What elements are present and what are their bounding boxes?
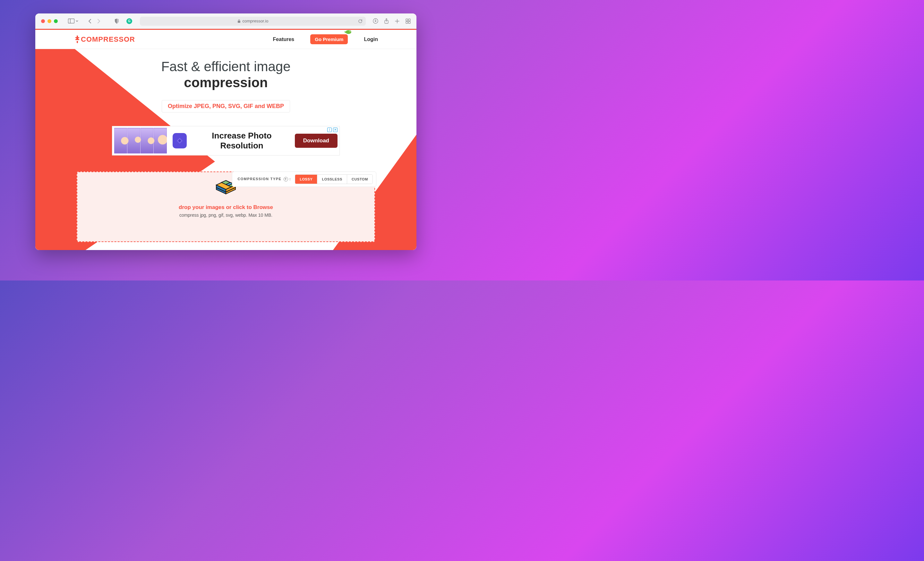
share-button[interactable] — [384, 18, 389, 24]
svg-rect-8 — [408, 21, 410, 23]
svg-rect-7 — [406, 21, 408, 23]
svg-rect-0 — [68, 19, 74, 23]
address-bar[interactable]: compressor.io — [140, 16, 366, 25]
compression-type-label: COMPRESSION TYPE ? : — [237, 177, 291, 181]
ad-close-icon[interactable]: ✕ — [333, 127, 338, 132]
go-premium-button[interactable]: Go Premium — [310, 34, 348, 44]
option-lossy[interactable]: LOSSY — [295, 175, 317, 184]
forward-button[interactable] — [97, 19, 101, 24]
browser-titlebar: G compressor.io — [35, 13, 417, 29]
compress-panel: COMPRESSION TYPE ? : LOSSY LOSSLESS CUST… — [76, 172, 375, 242]
ad-headline: Increase Photo Resolution — [192, 131, 291, 151]
url-text: compressor.io — [243, 19, 268, 23]
help-icon[interactable]: ? — [284, 177, 288, 181]
window-controls — [41, 19, 58, 23]
privacy-shield-icon[interactable] — [114, 18, 119, 24]
option-custom[interactable]: CUSTOM — [347, 175, 372, 184]
svg-point-12 — [350, 31, 351, 31]
svg-rect-5 — [406, 19, 408, 21]
chevron-down-icon — [76, 20, 78, 22]
ad-app-icon — [172, 133, 187, 148]
ad-image — [114, 128, 167, 154]
ad-download-button[interactable]: Download — [295, 134, 338, 148]
compression-type-segmented: LOSSY LOSSLESS CUSTOM — [295, 174, 373, 184]
hero-subtitle: Optimize JPEG, PNG, SVG, GIF and WEBP — [162, 100, 290, 112]
minimize-window-button[interactable] — [48, 19, 51, 23]
ad-info-icon[interactable]: i — [327, 127, 332, 132]
lock-icon — [237, 19, 241, 23]
site-header: COMPRESSOR Features Go Premium Login — [35, 30, 417, 49]
dropzone-subtext: compress jpg, png, gif, svg, webp. Max 1… — [77, 212, 374, 218]
svg-rect-6 — [408, 19, 410, 21]
back-button[interactable] — [88, 19, 92, 24]
reload-button[interactable] — [358, 19, 363, 23]
nav-login[interactable]: Login — [364, 37, 378, 42]
ad-choices[interactable]: i✕ — [327, 127, 338, 132]
hero-title: Fast & efficient image compression — [35, 59, 417, 91]
nav-features[interactable]: Features — [273, 37, 294, 42]
safari-window: G compressor.io — [35, 13, 417, 250]
logo-text: COMPRESSOR — [81, 35, 135, 43]
dropzone-text: drop your images or click to Browse — [77, 204, 374, 211]
hero: Fast & efficient image compression Optim… — [35, 49, 417, 242]
tab-overview-button[interactable] — [405, 18, 411, 24]
chameleon-icon — [344, 28, 352, 35]
option-lossless[interactable]: LOSSLESS — [317, 175, 346, 184]
ad-banner[interactable]: Increase Photo Resolution Download i✕ — [112, 126, 340, 156]
downloads-button[interactable] — [373, 18, 378, 24]
main-nav: Features Go Premium Login — [273, 34, 378, 44]
compression-type-bar: COMPRESSION TYPE ? : LOSSY LOSSLESS CUST… — [232, 172, 376, 187]
site-logo[interactable]: COMPRESSOR — [74, 35, 135, 43]
svg-rect-2 — [238, 21, 240, 23]
grammarly-extension-icon[interactable]: G — [126, 18, 132, 24]
page-body: Fast & efficient image compression Optim… — [35, 49, 417, 250]
fullscreen-window-button[interactable] — [54, 19, 58, 23]
close-window-button[interactable] — [41, 19, 45, 23]
sidebar-toggle-button[interactable] — [68, 19, 78, 23]
clamp-icon — [74, 35, 81, 43]
new-tab-button[interactable] — [394, 18, 400, 24]
